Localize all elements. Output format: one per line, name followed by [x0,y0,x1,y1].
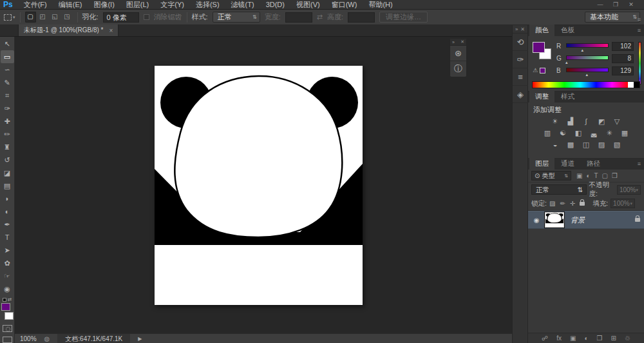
quick-mask-icon[interactable] [3,325,12,332]
curves-icon[interactable]: ∫ [582,117,591,126]
slider-thumb[interactable]: ▴ [585,72,588,77]
width-input[interactable] [285,12,312,23]
info-icon[interactable]: ⓘ [450,61,466,77]
menu-item[interactable]: 文字(Y) [155,0,190,10]
height-input[interactable] [348,12,375,23]
blur-tool[interactable]: ◗ [1,192,14,205]
panel-menu-icon[interactable]: ≡ [638,27,641,34]
color-spectrum-bar[interactable] [532,81,640,88]
blend-mode-dropdown[interactable]: 正常 ⇅ [531,184,587,195]
document-canvas[interactable] [155,66,363,305]
menu-item[interactable]: 窗口(W) [326,0,363,10]
channel-value[interactable]: 102 [612,42,634,51]
close-icon[interactable]: ✕ [460,39,464,44]
minimize-button[interactable]: — [592,0,608,10]
brush-tool[interactable]: ✏ [1,128,14,141]
panel-menu-icon[interactable]: ≡ [638,161,641,167]
menu-item[interactable]: 编辑(E) [53,0,88,10]
menu-item[interactable]: 滤镜(T) [225,0,260,10]
tab-layers[interactable]: 图层 [529,158,554,170]
layer-row-background[interactable]: ◉ 背景 [528,211,644,229]
slider-track[interactable] [566,68,609,72]
type-tool[interactable]: T [1,231,14,244]
lock-position-icon[interactable]: ✛ [570,200,575,207]
invert-icon[interactable]: ◒ [551,141,560,149]
subtract-selection-icon[interactable]: ◱ [50,12,61,23]
tab-adjustments[interactable]: 调整 [529,91,554,103]
tab-styles[interactable]: 样式 [555,91,580,103]
document-tab[interactable]: 未标题-1 @ 100%(RGB/8) * × [18,24,118,36]
filter-smart-icon[interactable]: ❒ [612,172,618,179]
history-icon[interactable]: ⟲ [513,34,528,51]
threshold-icon[interactable]: ◫ [582,141,591,149]
hand-tool[interactable]: ☞ [1,270,14,282]
new-layer-icon[interactable]: ⊞ [611,335,616,342]
menu-item[interactable]: 图层(L) [120,0,155,10]
tab-paths[interactable]: 路径 [581,158,606,170]
link-layers-icon[interactable]: ☍ [542,335,548,342]
layer-style-icon[interactable]: fx [556,335,562,342]
channel-value[interactable]: 8 [612,54,634,63]
workspace-picker[interactable]: 基本功能 ⇅ [585,12,640,23]
levels-icon[interactable]: ▟ [566,117,576,126]
document-size-info[interactable]: 文档:647.1K/647.1K [57,334,130,343]
close-icon[interactable]: ✕ [520,26,525,32]
tab-channels[interactable]: 通道 [555,158,580,170]
intersect-selection-icon[interactable]: ◳ [62,12,73,23]
delete-layer-icon[interactable]: ♲ [625,335,630,342]
history-brush-tool[interactable]: ↺ [1,153,14,166]
menu-item[interactable]: 选择(S) [190,0,225,10]
gradient-map-icon[interactable]: ▨ [597,141,607,149]
clone-stamp-tool[interactable]: ♜ [1,141,14,153]
foreground-color-swatch[interactable] [1,303,10,311]
layer-group-icon[interactable]: ❒ [597,335,603,342]
channel-slider[interactable]: ▴ [566,43,609,50]
menu-item[interactable]: 帮助(H) [363,0,398,10]
menu-item[interactable]: 文件(F) [18,0,53,10]
filter-adjustment-icon[interactable]: ◐ [586,172,590,179]
menu-item[interactable]: 3D(D) [260,0,290,10]
lock-transparency-icon[interactable]: ▨ [549,200,555,207]
layer-mask-icon[interactable]: ▣ [570,335,576,342]
photo-filter-icon[interactable]: ◛ [589,129,599,137]
spectrum-gradient[interactable] [533,82,628,88]
selective-color-icon[interactable]: ▧ [612,141,622,149]
lock-all-icon[interactable] [580,202,585,206]
antialias-checkbox[interactable] [144,14,149,20]
character-icon[interactable]: ≡ [513,68,528,86]
slider-track[interactable] [566,55,609,60]
style-dropdown[interactable]: 正常 ⇅ [213,12,260,23]
hue-saturation-icon[interactable]: ▥ [543,129,553,137]
opacity-input[interactable]: 100% ▾ [617,185,641,195]
pen-tool[interactable]: ✒ [1,218,14,231]
zoom-tool[interactable]: ◉ [1,282,14,295]
3d-icon[interactable]: ◈ [513,86,528,103]
foreground-color-swatch[interactable] [533,42,545,53]
brush-presets-icon[interactable]: ✑ [513,51,528,68]
move-tool[interactable]: ↖ [1,37,14,50]
eraser-tool[interactable]: ◪ [1,166,14,179]
brightness-contrast-icon[interactable]: ☀ [551,117,560,126]
gamut-swatch[interactable] [540,68,545,74]
zoom-level[interactable]: 100% [20,335,37,342]
custom-shape-tool[interactable]: ✿ [1,257,14,270]
tab-color[interactable]: 颜色 [529,24,554,36]
menu-item[interactable]: 视图(V) [290,0,326,10]
color-balance-icon[interactable]: ☯ [558,129,568,137]
background-color-swatch[interactable] [5,312,14,320]
collapse-icon[interactable]: » [452,40,455,44]
layer-thumbnail[interactable] [545,212,564,228]
vibrance-icon[interactable]: ▽ [612,117,622,126]
exposure-icon[interactable]: ◩ [597,117,607,126]
spectrum-black[interactable] [634,82,639,88]
fill-input[interactable]: 100% ▾ [611,199,635,208]
tool-preset-picker[interactable]: ▾ [4,14,15,21]
close-tab-icon[interactable]: × [109,27,113,34]
new-selection-icon[interactable]: ▢ [25,12,36,23]
status-menu-arrow-icon[interactable]: ▶ [138,336,142,342]
eyedropper-tool[interactable]: ✑ [1,102,14,115]
hue-ramp[interactable] [638,42,641,84]
gradient-tool[interactable]: ▤ [1,179,14,192]
close-button[interactable]: ✕ [623,0,639,10]
channel-mixer-icon[interactable]: ✳ [605,129,614,137]
